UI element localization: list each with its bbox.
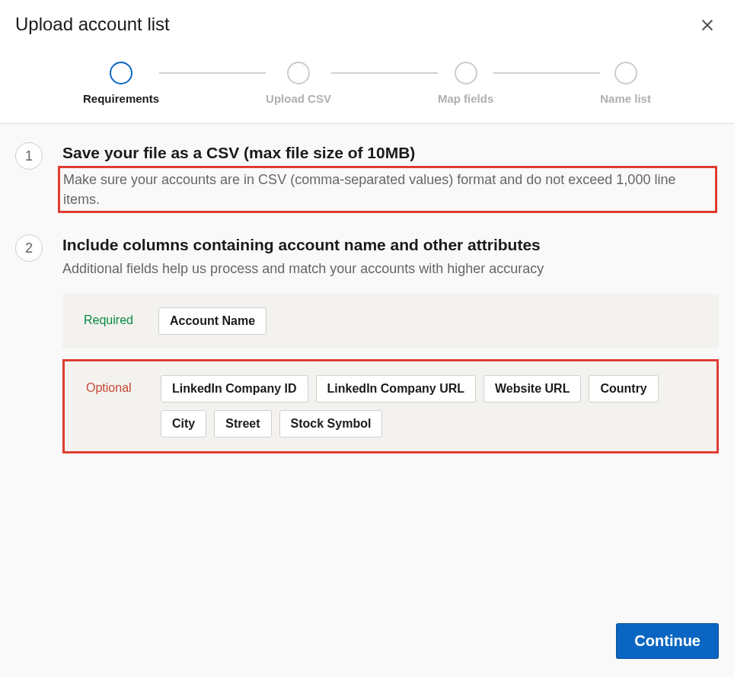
step-map-fields[interactable]: Map fields xyxy=(438,62,493,105)
chip-city: City xyxy=(161,410,206,438)
step-label: Upload CSV xyxy=(266,92,331,105)
close-button[interactable] xyxy=(696,14,719,39)
chip-account-name: Account Name xyxy=(158,307,266,335)
step-circle-icon xyxy=(287,62,310,84)
stepper: Requirements Upload CSV Map fields Name … xyxy=(0,39,734,124)
modal-title: Upload account list xyxy=(15,14,170,35)
modal-footer: Continue xyxy=(0,611,734,677)
optional-label: Optional xyxy=(86,381,155,395)
instruction-1: 1 Save your file as a CSV (max file size… xyxy=(15,142,719,213)
step-number-badge: 1 xyxy=(15,142,43,170)
step-label: Requirements xyxy=(83,92,159,105)
required-chips: Account Name xyxy=(158,307,697,335)
step-circle-icon xyxy=(110,62,132,84)
chip-website-url: Website URL xyxy=(483,375,581,402)
optional-chips: LinkedIn Company ID LinkedIn Company URL… xyxy=(161,375,695,438)
required-label: Required xyxy=(84,313,152,327)
step-label: Name list xyxy=(600,92,651,105)
chip-linkedin-company-id: LinkedIn Company ID xyxy=(161,375,308,402)
highlight-annotation: Optional LinkedIn Company ID LinkedIn Co… xyxy=(62,359,719,453)
instruction-body: Include columns containing account name … xyxy=(62,234,719,453)
chip-stock-symbol: Stock Symbol xyxy=(279,410,383,438)
instruction-desc: Additional fields help us process and ma… xyxy=(62,259,719,278)
instruction-desc: Make sure your accounts are in CSV (comm… xyxy=(63,170,712,209)
instruction-2: 2 Include columns containing account nam… xyxy=(15,234,719,453)
upload-modal: Upload account list Requirements Upload … xyxy=(0,0,734,677)
field-section-required: Required Account Name xyxy=(62,294,719,348)
instruction-body: Save your file as a CSV (max file size o… xyxy=(62,142,719,213)
modal-header: Upload account list xyxy=(0,0,734,39)
step-label: Map fields xyxy=(438,92,493,105)
step-name-list[interactable]: Name list xyxy=(600,62,651,105)
step-requirements[interactable]: Requirements xyxy=(83,62,159,105)
step-circle-icon xyxy=(614,62,637,84)
step-number-badge: 2 xyxy=(15,234,43,262)
chip-linkedin-company-url: LinkedIn Company URL xyxy=(316,375,476,402)
chip-street: Street xyxy=(214,410,271,438)
step-connector xyxy=(159,72,266,74)
instruction-title: Include columns containing account name … xyxy=(62,234,719,255)
step-connector xyxy=(331,72,438,74)
step-upload-csv[interactable]: Upload CSV xyxy=(266,62,331,105)
field-section-optional: Optional LinkedIn Company ID LinkedIn Co… xyxy=(65,361,716,451)
content-area: 1 Save your file as a CSV (max file size… xyxy=(0,124,734,611)
required-fields-section: Required Account Name xyxy=(62,294,719,348)
step-circle-icon xyxy=(455,62,477,84)
continue-button[interactable]: Continue xyxy=(616,623,719,659)
step-connector xyxy=(493,72,600,74)
close-icon xyxy=(699,17,716,33)
highlight-annotation: Make sure your accounts are in CSV (comm… xyxy=(58,166,717,213)
chip-country: Country xyxy=(589,375,658,402)
instruction-title: Save your file as a CSV (max file size o… xyxy=(62,142,719,163)
